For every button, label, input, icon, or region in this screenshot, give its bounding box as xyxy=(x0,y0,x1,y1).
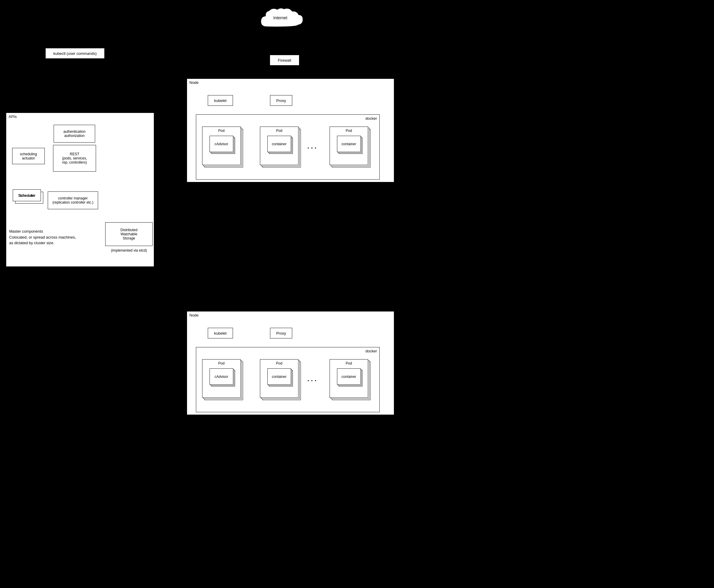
scheduler-stack: Scheduler Scheduler xyxy=(13,189,41,201)
master-note: Master componentsColocated, or spread ac… xyxy=(9,229,89,246)
node1-pod2-label: Pod xyxy=(276,129,282,133)
scheduler-label1: Scheduler xyxy=(18,193,36,198)
node2-pod1: Pod cAdvisor xyxy=(202,359,241,398)
node1-kubelet: kubelet xyxy=(208,95,233,106)
firewall-box: Firewall xyxy=(270,55,299,65)
node2-pod3: Pod container xyxy=(330,359,368,398)
rest-box: REST (pods, services, rep. controllers) xyxy=(53,145,96,172)
node2-pod2: Pod container xyxy=(260,359,298,398)
kubectl-label: kubectl (user commands) xyxy=(54,51,97,56)
node1-docker: docker Pod cAdvisor xyxy=(196,114,380,180)
rest-label: REST (pods, services, rep. controllers) xyxy=(62,152,87,165)
storage-label: Distributed Watchable Storage xyxy=(120,228,137,240)
kubectl-box: kubectl (user commands) xyxy=(45,48,105,59)
node2-kubelet: kubelet xyxy=(208,328,233,338)
controller-label: controller manager (replication controll… xyxy=(52,196,93,205)
node2-proxy: Proxy xyxy=(270,328,292,338)
storage-box: Distributed Watchable Storage xyxy=(105,222,153,246)
apis-label: APIs xyxy=(8,114,17,119)
node1-proxy-label: Proxy xyxy=(276,98,286,103)
scheduling-label: scheduling actuator xyxy=(20,152,37,160)
node1-box: Node kubelet Proxy docker Pod xyxy=(187,79,394,182)
node1-pod1-label: Pod xyxy=(218,129,224,133)
node2-box: Node kubelet Proxy docker Pod xyxy=(187,311,394,415)
node1-pod1: Pod cAdvisor xyxy=(202,127,241,165)
node2-pod3-label: Pod xyxy=(345,361,352,365)
node2-kubelet-label: kubelet xyxy=(214,331,227,335)
cloud-label: Internet xyxy=(273,16,287,20)
storage-area: Distributed Watchable Storage (implement… xyxy=(105,222,153,253)
node1-proxy: Proxy xyxy=(270,95,292,106)
node2-docker-label: docker xyxy=(365,349,377,353)
storage-sublabel: (implemented via etcd) xyxy=(105,248,153,253)
node1-kubelet-label: kubelet xyxy=(214,98,227,103)
node2-docker: docker Pod cAdvisor xyxy=(196,347,380,412)
node1-container2-label: container xyxy=(272,142,286,146)
node1-pod3-label: Pod xyxy=(345,129,352,133)
auth-label: authentication authorization xyxy=(63,129,86,138)
master-note-text: Master componentsColocated, or spread ac… xyxy=(9,229,76,245)
node2-cadvisor-label: cAdvisor xyxy=(215,375,228,379)
node2-pod1-label: Pod xyxy=(218,361,224,365)
node1-dots: · · · xyxy=(307,144,317,152)
firewall-label: Firewall xyxy=(278,58,291,63)
node1-docker-label: docker xyxy=(365,116,377,121)
node2-container3-label: container xyxy=(341,375,356,379)
node1-container3-label: container xyxy=(341,142,356,146)
node1-label: Node xyxy=(189,80,198,85)
diagram-container: Internet Firewall kubectl (user commands… xyxy=(0,0,714,588)
controller-box: controller manager (replication controll… xyxy=(48,191,98,209)
node2-label: Node xyxy=(189,313,198,317)
node1-cadvisor-label: cAdvisor xyxy=(215,142,228,146)
node1-pod2: Pod container xyxy=(260,127,298,165)
scheduler-box: Scheduler xyxy=(13,189,41,201)
node2-container2-label: container xyxy=(272,375,286,379)
node1-pod3: Pod container xyxy=(330,127,368,165)
cloud: Internet xyxy=(258,6,305,37)
node2-pod2-label: Pod xyxy=(276,361,282,365)
node2-proxy-label: Proxy xyxy=(276,331,286,335)
auth-box: authentication authorization xyxy=(54,125,95,143)
node2-dots: · · · xyxy=(307,377,317,385)
scheduling-box: scheduling actuator xyxy=(12,148,45,164)
